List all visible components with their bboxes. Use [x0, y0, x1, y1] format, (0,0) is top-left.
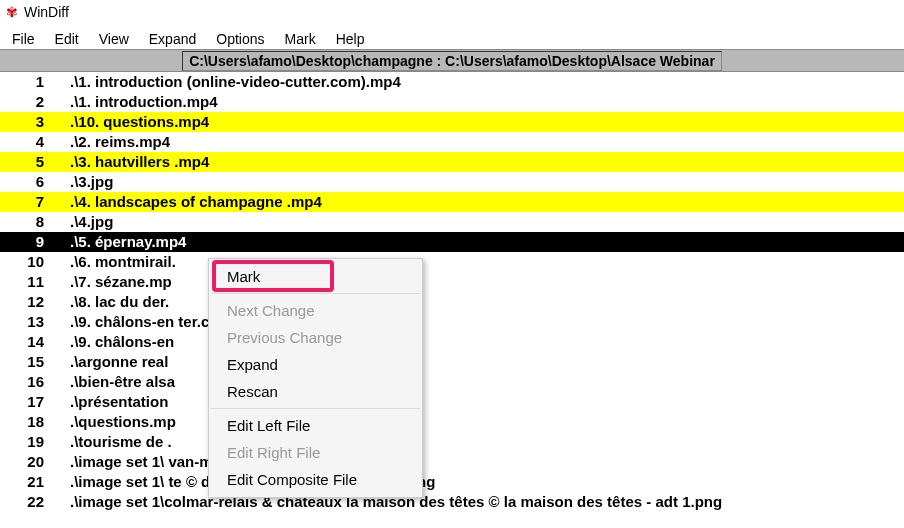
context-menu-separator [211, 293, 420, 294]
line-number: 1 [0, 72, 58, 92]
file-row[interactable]: 1.\1. introduction (online-video-cutter.… [0, 72, 904, 92]
file-name: .\image set 1\colmar-relais & châteaux l… [58, 492, 904, 512]
line-number: 8 [0, 212, 58, 232]
file-name: .\tourisme de . [58, 432, 904, 452]
menu-mark[interactable]: Mark [275, 28, 326, 45]
file-name: .\1. introduction.mp4 [58, 92, 904, 112]
context-menu-separator [211, 408, 420, 409]
file-name: .\4.jpg [58, 212, 904, 232]
path-text: C:\Users\afamo\Desktop\champagne : C:\Us… [182, 51, 722, 71]
file-row[interactable]: 10.\6. montmirail. [0, 252, 904, 272]
file-row[interactable]: 5.\3. hautvillers .mp4 [0, 152, 904, 172]
context-menu: MarkNext ChangePrevious ChangeExpandResc… [208, 258, 423, 498]
context-menu-item-previous-change: Previous Change [209, 324, 422, 351]
file-name: .\2. reims.mp4 [58, 132, 904, 152]
file-name: .\10. questions.mp4 [58, 112, 904, 132]
file-row[interactable]: 20.\image set 1\ van-moreau - adt.png [0, 452, 904, 472]
file-list[interactable]: 1.\1. introduction (online-video-cutter.… [0, 72, 904, 528]
line-number: 11 [0, 272, 58, 292]
file-row[interactable]: 19.\tourisme de . [0, 432, 904, 452]
file-name: .\6. montmirail. [58, 252, 904, 272]
menu-file[interactable]: File [2, 28, 45, 45]
file-name: .\1. introduction (online-video-cutter.c… [58, 72, 904, 92]
file-row[interactable]: 2.\1. introduction.mp4 [0, 92, 904, 112]
menu-help[interactable]: Help [326, 28, 375, 45]
line-number: 16 [0, 372, 58, 392]
line-number: 22 [0, 492, 58, 512]
menu-view[interactable]: View [89, 28, 139, 45]
path-bar: C:\Users\afamo\Desktop\champagne : C:\Us… [0, 50, 904, 72]
line-number: 4 [0, 132, 58, 152]
menu-options[interactable]: Options [206, 28, 274, 45]
file-row[interactable]: 4.\2. reims.mp4 [0, 132, 904, 152]
line-number: 13 [0, 312, 58, 332]
file-row[interactable]: 8.\4.jpg [0, 212, 904, 232]
file-row[interactable]: 6.\3.jpg [0, 172, 904, 192]
context-menu-item-edit-composite-file[interactable]: Edit Composite File [209, 466, 422, 493]
file-row[interactable]: 9.\5. épernay.mp4 [0, 232, 904, 252]
file-row[interactable]: 7.\4. landscapes of champagne .mp4 [0, 192, 904, 212]
app-icon: ✾ [6, 4, 18, 20]
line-number: 3 [0, 112, 58, 132]
file-row[interactable]: 14.\9. châlons-en [0, 332, 904, 352]
file-name: .\5. épernay.mp4 [58, 232, 904, 252]
line-number: 10 [0, 252, 58, 272]
context-menu-item-expand[interactable]: Expand [209, 351, 422, 378]
menu-expand[interactable]: Expand [139, 28, 206, 45]
context-menu-item-edit-right-file: Edit Right File [209, 439, 422, 466]
file-name: .\4. landscapes of champagne .mp4 [58, 192, 904, 212]
file-name: .\3. hautvillers .mp4 [58, 152, 904, 172]
file-name: .\présentation [58, 392, 904, 412]
file-row[interactable]: 13.\9. châlons-en ter.com).mp4 [0, 312, 904, 332]
file-row[interactable]: 15.\argonne real [0, 352, 904, 372]
file-name: .\bien-être alsa [58, 372, 904, 392]
file-row[interactable]: 21.\image set 1\ te © david-emmanuel coh… [0, 472, 904, 492]
file-row[interactable]: 22.\image set 1\colmar-relais & châteaux… [0, 492, 904, 512]
menu-edit[interactable]: Edit [45, 28, 89, 45]
context-menu-item-next-change: Next Change [209, 297, 422, 324]
line-number: 5 [0, 152, 58, 172]
line-number: 21 [0, 472, 58, 492]
line-number: 9 [0, 232, 58, 252]
file-name: .\9. châlons-en [58, 332, 904, 352]
line-number: 15 [0, 352, 58, 372]
context-menu-item-mark[interactable]: Mark [209, 263, 422, 290]
file-row[interactable]: 12.\8. lac du der. [0, 292, 904, 312]
line-number: 7 [0, 192, 58, 212]
line-number: 18 [0, 412, 58, 432]
file-row[interactable]: 3.\10. questions.mp4 [0, 112, 904, 132]
title-bar: ✾ WinDiff [0, 0, 904, 24]
file-name: .\3.jpg [58, 172, 904, 192]
line-number: 19 [0, 432, 58, 452]
file-row[interactable]: 16.\bien-être alsa [0, 372, 904, 392]
app-title: WinDiff [24, 4, 69, 20]
file-name: .\7. sézane.mp [58, 272, 904, 292]
file-name: .\9. châlons-en ter.com).mp4 [58, 312, 904, 332]
file-row[interactable]: 11.\7. sézane.mp [0, 272, 904, 292]
file-name: .\image set 1\ te © david-emmanuel cohen… [58, 472, 904, 492]
line-number: 14 [0, 332, 58, 352]
line-number: 17 [0, 392, 58, 412]
file-name: .\questions.mp [58, 412, 904, 432]
file-name: .\argonne real [58, 352, 904, 372]
line-number: 20 [0, 452, 58, 472]
context-menu-item-edit-left-file[interactable]: Edit Left File [209, 412, 422, 439]
menu-bar: File Edit View Expand Options Mark Help [0, 24, 904, 50]
context-menu-item-rescan[interactable]: Rescan [209, 378, 422, 405]
line-number: 12 [0, 292, 58, 312]
file-name: .\8. lac du der. [58, 292, 904, 312]
line-number: 2 [0, 92, 58, 112]
file-name: .\image set 1\ van-moreau - adt.png [58, 452, 904, 472]
file-row[interactable]: 17.\présentation [0, 392, 904, 412]
line-number: 6 [0, 172, 58, 192]
file-row[interactable]: 18.\questions.mp [0, 412, 904, 432]
